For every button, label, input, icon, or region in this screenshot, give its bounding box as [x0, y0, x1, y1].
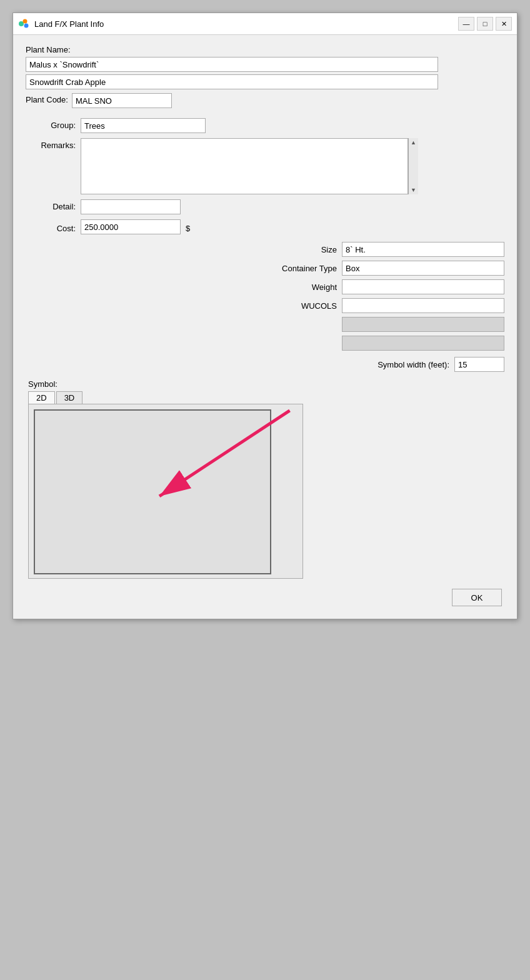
symbol-width-label: Symbol width (feet):	[378, 360, 449, 369]
remarks-label: Remarks:	[26, 138, 76, 150]
wucols-row: WUCOLS	[26, 298, 504, 313]
plant-code-label: Plant Code:	[26, 95, 68, 104]
app-icon	[18, 18, 29, 29]
weight-label: Weight	[312, 282, 337, 292]
plant-name-label: Plant Name:	[26, 45, 504, 54]
container-type-row: Container Type	[26, 261, 504, 276]
remarks-wrapper: ▲ ▼	[81, 138, 418, 194]
detail-row: Detail:	[26, 199, 504, 214]
symbol-canvas	[28, 404, 303, 579]
symbol-section: Symbol: 2D 3D	[26, 379, 504, 579]
remarks-textarea[interactable]	[81, 138, 408, 194]
group-input[interactable]	[81, 118, 206, 133]
symbol-width-row: Symbol width (feet):	[26, 357, 504, 372]
symbol-tabs: 2D 3D	[28, 391, 504, 404]
ok-row: OK	[26, 589, 504, 606]
cost-input[interactable]	[81, 219, 181, 234]
tab-3d[interactable]: 3D	[56, 391, 83, 404]
container-type-label: Container Type	[282, 264, 337, 273]
symbol-width-input[interactable]	[454, 357, 504, 372]
svg-point-2	[24, 24, 29, 28]
remarks-row: Remarks: ▲ ▼	[26, 138, 504, 194]
detail-label: Detail:	[26, 199, 76, 211]
cost-row: Cost: $	[26, 219, 504, 234]
cost-unit: $	[186, 221, 190, 233]
size-row: Size	[26, 242, 504, 257]
group-row: Group:	[26, 118, 504, 133]
weight-row: Weight	[26, 279, 504, 294]
title-bar-left: Land F/X Plant Info	[18, 18, 104, 29]
plant-code-input[interactable]	[72, 93, 172, 108]
right-fields-section: Size Container Type Weight WUCOLS	[26, 242, 504, 351]
container-type-input[interactable]	[342, 261, 504, 276]
plant-name-line1-input[interactable]	[26, 57, 438, 72]
title-bar: Land F/X Plant Info — □ ✕	[13, 13, 517, 35]
plant-code-row: Plant Code:	[26, 93, 504, 108]
symbol-canvas-inner	[34, 409, 271, 574]
window-title: Land F/X Plant Info	[34, 19, 104, 29]
gray-field2-row	[26, 336, 504, 351]
detail-input[interactable]	[81, 199, 181, 214]
group-label: Group:	[26, 118, 76, 130]
plant-info-window: Land F/X Plant Info — □ ✕ Plant Name: Pl…	[12, 12, 518, 619]
plant-name-line2-input[interactable]	[26, 74, 438, 89]
svg-point-1	[23, 19, 28, 24]
symbol-label: Symbol:	[28, 379, 504, 389]
remarks-scrollbar[interactable]: ▲ ▼	[408, 138, 418, 194]
maximize-button[interactable]: □	[477, 17, 493, 31]
ok-button[interactable]: OK	[452, 589, 502, 606]
wucols-label: WUCOLS	[301, 301, 337, 311]
weight-input[interactable]	[342, 279, 504, 294]
gray-field1	[342, 317, 504, 332]
tab-2d[interactable]: 2D	[28, 391, 55, 404]
title-bar-controls: — □ ✕	[458, 17, 512, 31]
wucols-input[interactable]	[342, 298, 504, 313]
size-input[interactable]	[342, 242, 504, 257]
scroll-down-arrow[interactable]: ▼	[411, 187, 416, 193]
plant-name-section: Plant Code:	[26, 57, 504, 108]
scroll-up-arrow[interactable]: ▲	[411, 139, 416, 146]
gray-field2	[342, 336, 504, 351]
size-label: Size	[321, 245, 337, 254]
cost-label: Cost:	[26, 221, 76, 233]
minimize-button[interactable]: —	[458, 17, 474, 31]
gray-field1-row	[26, 317, 504, 332]
close-button[interactable]: ✕	[496, 17, 512, 31]
window-content: Plant Name: Plant Code: Group: Remarks: …	[13, 35, 517, 619]
